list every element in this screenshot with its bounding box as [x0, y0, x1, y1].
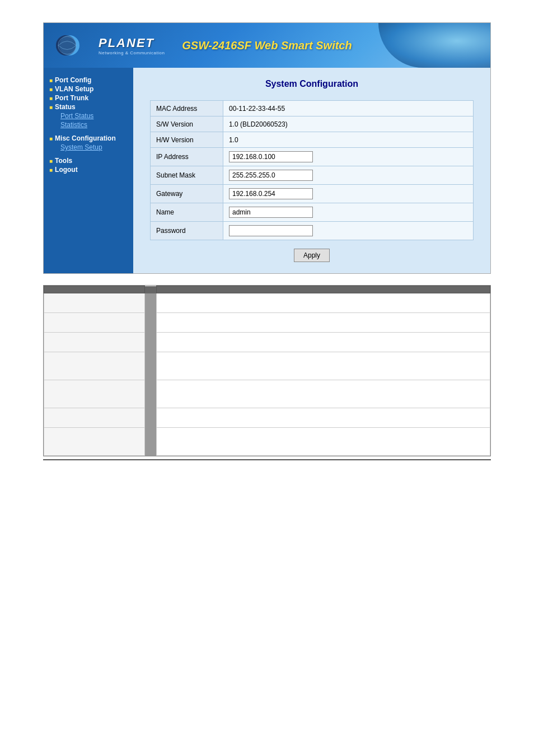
- sidebar-sub-label: Statistics: [60, 121, 87, 129]
- password-input[interactable]: [229, 225, 313, 236]
- table-cell-left: [44, 428, 145, 456]
- table-row: [44, 408, 490, 428]
- sidebar-item-port-trunk[interactable]: ■ Port Trunk: [49, 94, 128, 102]
- sidebar: ■ Port Config ■ VLAN Setup ■ Port Trunk …: [44, 68, 133, 273]
- page-wrapper: PLANET Networking & Communication GSW-24…: [0, 0, 534, 756]
- sidebar-item-label: Tools: [55, 157, 72, 165]
- table-row: Gateway: [151, 185, 474, 203]
- name-input[interactable]: [229, 207, 313, 218]
- table-cell-right: [157, 428, 490, 456]
- gateway-input[interactable]: [229, 188, 313, 199]
- table-row: Password: [151, 222, 474, 240]
- table-row: S/W Version 1.0 (BLD20060523): [151, 116, 474, 132]
- logo-text-block: PLANET Networking & Communication: [99, 36, 165, 55]
- table-row: [44, 380, 490, 408]
- main-panel: PLANET Networking & Communication GSW-24…: [43, 22, 491, 274]
- field-value-name: [223, 203, 474, 222]
- banner-title: GSW-2416SF Web Smart Switch: [182, 39, 352, 52]
- bottom-reference-table: [44, 286, 490, 456]
- col-divider: [145, 286, 157, 293]
- sidebar-sub-label: Port Status: [60, 112, 93, 120]
- svg-point-2: [56, 35, 76, 55]
- table-cell-right: [157, 352, 490, 380]
- sidebar-spacer2: [49, 152, 128, 157]
- sidebar-item-label: Port Trunk: [55, 94, 88, 102]
- config-table: MAC Address 00-11-22-33-44-55 S/W Versio…: [150, 100, 474, 240]
- section-title: System Configuration: [150, 79, 474, 89]
- table-row: [44, 333, 490, 352]
- table-row: MAC Address 00-11-22-33-44-55: [151, 101, 474, 116]
- table-cell-left: [44, 333, 145, 352]
- ip-address-input[interactable]: [229, 151, 313, 162]
- field-label-gateway: Gateway: [151, 185, 223, 203]
- table-cell-right: [157, 380, 490, 408]
- col-divider-cell: [145, 428, 157, 456]
- field-value-hw: 1.0: [223, 132, 474, 148]
- col-divider-cell: [145, 408, 157, 428]
- field-label-sw: S/W Version: [151, 116, 223, 132]
- sidebar-item-statistics[interactable]: Statistics: [60, 121, 128, 129]
- sidebar-item-label: Misc Configuration: [55, 134, 116, 142]
- table-row: IP Address: [151, 148, 474, 166]
- mac-address-value: 00-11-22-33-44-55: [229, 105, 285, 113]
- table-cell-right: [157, 408, 490, 428]
- table-cell-left: [44, 408, 145, 428]
- sidebar-item-label: VLAN Setup: [55, 85, 93, 93]
- col-divider-cell: [145, 352, 157, 380]
- table-row: Name: [151, 203, 474, 222]
- logo-planet-text: PLANET: [99, 36, 165, 50]
- sidebar-item-logout[interactable]: ■ Logout: [49, 166, 128, 174]
- table-cell-right: [157, 313, 490, 333]
- sidebar-bullet: ■: [49, 86, 53, 92]
- col-divider-cell: [145, 293, 157, 313]
- field-value-gateway: [223, 185, 474, 203]
- sidebar-item-port-status[interactable]: Port Status: [60, 112, 128, 120]
- table-cell-left: [44, 313, 145, 333]
- field-value-subnet: [223, 166, 474, 185]
- apply-button[interactable]: Apply: [294, 249, 330, 262]
- sw-version-value: 1.0 (BLD20060523): [229, 120, 288, 128]
- sidebar-spacer: [49, 130, 128, 134]
- logo-sub-text: Networking & Communication: [99, 50, 165, 55]
- field-value-sw: 1.0 (BLD20060523): [223, 116, 474, 132]
- sidebar-item-status[interactable]: ■ Status: [49, 103, 128, 111]
- field-label-mac: MAC Address: [151, 101, 223, 116]
- subnet-mask-input[interactable]: [229, 170, 313, 181]
- field-label-hw: H/W Version: [151, 132, 223, 148]
- table-header-row: [44, 286, 490, 293]
- table-row: H/W Version 1.0: [151, 132, 474, 148]
- main-content: System Configuration MAC Address 00-11-2…: [133, 68, 490, 273]
- col-divider-cell: [145, 380, 157, 408]
- sidebar-item-system-setup[interactable]: System Setup: [60, 143, 128, 151]
- sidebar-bullet: ■: [49, 77, 53, 83]
- banner-globe-decoration: [378, 23, 490, 68]
- field-label-name: Name: [151, 203, 223, 222]
- table-row: [44, 352, 490, 380]
- table-cell-right: [157, 293, 490, 313]
- table-cell-left: [44, 352, 145, 380]
- hw-version-value: 1.0: [229, 136, 238, 144]
- col-divider-cell: [145, 333, 157, 352]
- field-value-password: [223, 222, 474, 240]
- content-area: ■ Port Config ■ VLAN Setup ■ Port Trunk …: [44, 68, 490, 273]
- sidebar-sub-label: System Setup: [60, 143, 102, 151]
- sidebar-item-tools[interactable]: ■ Tools: [49, 157, 128, 165]
- sidebar-bullet: ■: [49, 158, 53, 164]
- banner-logo: PLANET Networking & Communication: [55, 31, 165, 59]
- sidebar-item-label: Logout: [55, 166, 78, 174]
- col-header-2: [157, 286, 490, 293]
- table-row: Subnet Mask: [151, 166, 474, 185]
- sidebar-item-misc-config[interactable]: ■ Misc Configuration: [49, 134, 128, 142]
- sidebar-item-port-config[interactable]: ■ Port Config: [49, 76, 128, 84]
- table-cell-right: [157, 333, 490, 352]
- field-label-ip: IP Address: [151, 148, 223, 166]
- sidebar-bullet: ■: [49, 95, 53, 101]
- table-row: [44, 428, 490, 456]
- sidebar-item-vlan-setup[interactable]: ■ VLAN Setup: [49, 85, 128, 93]
- col-header-1: [44, 286, 145, 293]
- table-cell-left: [44, 293, 145, 313]
- sidebar-item-label: Port Config: [55, 76, 91, 84]
- col-divider-cell: [145, 313, 157, 333]
- table-cell-left: [44, 380, 145, 408]
- sidebar-bullet: ■: [49, 136, 53, 142]
